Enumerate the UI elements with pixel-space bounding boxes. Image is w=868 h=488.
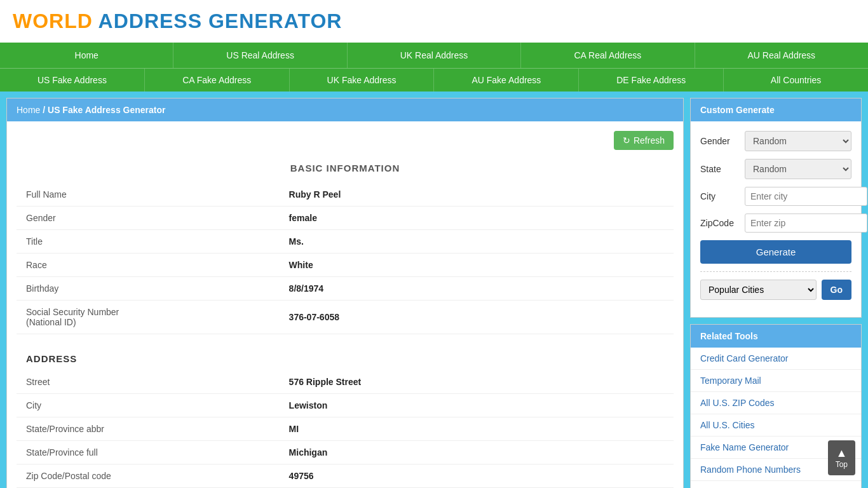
- basic-info-table: Full Name Ruby R Peel Gender female Titl…: [17, 183, 674, 334]
- nav-home[interactable]: Home: [0, 43, 173, 68]
- gender-label: Gender: [700, 136, 745, 146]
- value-gender: female: [280, 207, 674, 230]
- title-address: ADDRESS: [93, 10, 202, 32]
- title-world: WORLD: [13, 10, 93, 32]
- label-city: City: [17, 394, 280, 417]
- nav-us-fake[interactable]: US Fake Address: [0, 69, 145, 92]
- label-title: Title: [17, 230, 280, 254]
- sidebar: Custom Generate Gender Random Male Femal…: [690, 98, 862, 488]
- tool-us-cities[interactable]: All U.S. Cities: [691, 414, 861, 437]
- basic-info-title: BASIC INFORMATION: [17, 163, 674, 173]
- nav-us-real[interactable]: US Real Address: [173, 43, 347, 68]
- custom-generate-box: Custom Generate Gender Random Male Femal…: [690, 98, 862, 318]
- table-row: Full Name Ruby R Peel: [17, 183, 674, 207]
- table-row: Zip Code/Postal code 49756: [17, 464, 674, 488]
- tool-gamertag[interactable]: Gamertag generator: [691, 481, 861, 488]
- secondary-nav: US Fake Address CA Fake Address UK Fake …: [0, 68, 868, 92]
- gender-row: Gender Random Male Female: [700, 131, 851, 151]
- value-state-abbr: MI: [280, 417, 674, 441]
- nav-all-countries[interactable]: All Countries: [724, 69, 868, 92]
- label-race: Race: [17, 254, 280, 277]
- nav-uk-fake[interactable]: UK Fake Address: [290, 69, 435, 92]
- nav-au-fake[interactable]: AU Fake Address: [434, 69, 579, 92]
- main-content: Home / US Fake Address Generator ↻ Refre…: [6, 98, 684, 488]
- label-full-name: Full Name: [17, 183, 280, 207]
- list-item: Temporary Mail: [691, 370, 861, 392]
- refresh-row: ↻ Refresh: [17, 131, 674, 150]
- generate-button[interactable]: Generate: [700, 240, 851, 264]
- nav-ca-real[interactable]: CA Real Address: [521, 43, 695, 68]
- back-to-top-label: Top: [836, 460, 848, 469]
- table-row: State/Province abbr MI: [17, 417, 674, 441]
- list-item: All U.S. ZIP Codes: [691, 392, 861, 414]
- list-item: Gamertag generator: [691, 481, 861, 488]
- label-zip: Zip Code/Postal code: [17, 464, 280, 488]
- address-table: Street 576 Ripple Street City Lewiston S…: [17, 370, 674, 488]
- breadcrumb-separator: /: [43, 105, 45, 115]
- value-title: Ms.: [280, 230, 674, 254]
- state-row: State Random: [700, 159, 851, 179]
- back-to-top-button[interactable]: ▲ Top: [828, 440, 855, 475]
- label-ssn: Social Security Number(National ID): [17, 301, 280, 334]
- breadcrumb-current: US Fake Address Generator: [48, 105, 165, 115]
- table-row: State/Province full Michigan: [17, 441, 674, 464]
- breadcrumb: Home / US Fake Address Generator: [7, 98, 683, 121]
- value-zip: 49756: [280, 464, 674, 488]
- tool-credit-card[interactable]: Credit Card Generator: [691, 348, 861, 370]
- label-gender: Gender: [17, 207, 280, 230]
- value-state-full: Michigan: [280, 441, 674, 464]
- label-birthday: Birthday: [17, 277, 280, 301]
- custom-generate-body: Gender Random Male Female State Random C…: [691, 121, 861, 317]
- table-row: Social Security Number(National ID) 376-…: [17, 301, 674, 334]
- refresh-button[interactable]: ↻ Refresh: [614, 131, 674, 150]
- value-city: Lewiston: [280, 394, 674, 417]
- table-row: Race White: [17, 254, 674, 277]
- nav-de-fake[interactable]: DE Fake Address: [579, 69, 724, 92]
- divider: [700, 271, 851, 272]
- go-button[interactable]: Go: [822, 280, 851, 300]
- breadcrumb-home[interactable]: Home: [17, 105, 40, 115]
- label-street: Street: [17, 370, 280, 394]
- city-row: City: [700, 187, 851, 206]
- label-state-full: State/Province full: [17, 441, 280, 464]
- value-ssn: 376-07-6058: [280, 301, 674, 334]
- gender-select[interactable]: Random Male Female: [745, 131, 851, 151]
- content-area: ↻ Refresh BASIC INFORMATION Full Name Ru…: [7, 121, 683, 488]
- custom-generate-title: Custom Generate: [691, 98, 861, 121]
- list-item: Credit Card Generator: [691, 348, 861, 370]
- value-full-name: Ruby R Peel: [280, 183, 674, 207]
- nav-ca-fake[interactable]: CA Fake Address: [145, 69, 290, 92]
- city-label: City: [700, 191, 745, 201]
- zip-row: ZipCode: [700, 214, 851, 233]
- nav-uk-real[interactable]: UK Real Address: [348, 43, 521, 68]
- tool-temp-mail[interactable]: Temporary Mail: [691, 370, 861, 392]
- related-tools-title: Related Tools: [691, 325, 861, 348]
- site-header: WORLD ADDRESS GENERATOR: [0, 0, 868, 43]
- primary-nav: Home US Real Address UK Real Address CA …: [0, 43, 868, 68]
- page-wrapper: Home / US Fake Address Generator ↻ Refre…: [0, 92, 868, 488]
- list-item: All U.S. Cities: [691, 414, 861, 437]
- city-input[interactable]: [745, 187, 867, 206]
- refresh-label: Refresh: [634, 135, 665, 146]
- up-arrow-icon: ▲: [836, 447, 848, 460]
- zip-label: ZipCode: [700, 218, 745, 228]
- nav-au-real[interactable]: AU Real Address: [695, 43, 868, 68]
- state-select[interactable]: Random: [745, 159, 851, 179]
- popular-cities-select[interactable]: Popular Cities: [700, 280, 817, 300]
- popular-cities-row: Popular Cities Go: [700, 280, 851, 300]
- value-birthday: 8/8/1974: [280, 277, 674, 301]
- zip-input[interactable]: [745, 214, 867, 233]
- table-row: City Lewiston: [17, 394, 674, 417]
- title-generator: GENERATOR: [202, 10, 342, 32]
- value-street: 576 Ripple Street: [280, 370, 674, 394]
- table-row: Birthday 8/8/1974: [17, 277, 674, 301]
- label-state-abbr: State/Province abbr: [17, 417, 280, 441]
- tool-zip-codes[interactable]: All U.S. ZIP Codes: [691, 392, 861, 414]
- site-title: WORLD ADDRESS GENERATOR: [13, 10, 855, 33]
- table-row: Street 576 Ripple Street: [17, 370, 674, 394]
- address-section-title: ADDRESS: [17, 347, 674, 370]
- state-label: State: [700, 164, 745, 174]
- value-race: White: [280, 254, 674, 277]
- table-row: Gender female: [17, 207, 674, 230]
- refresh-icon: ↻: [623, 135, 630, 146]
